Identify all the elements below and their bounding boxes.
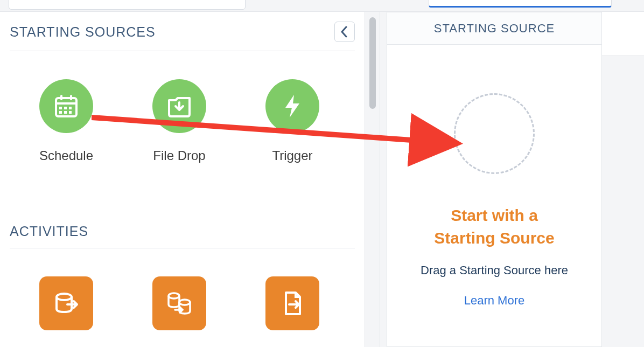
canvas-header: STARTING SOURCE	[387, 12, 601, 45]
svg-rect-2	[59, 107, 62, 109]
active-input[interactable]	[429, 0, 612, 8]
palette-panel: STARTING SOURCES	[0, 12, 365, 347]
svg-point-12	[179, 300, 190, 305]
chevron-left-icon	[340, 26, 349, 38]
file-transfer-icon	[265, 276, 319, 330]
source-schedule[interactable]: Schedule	[10, 79, 123, 163]
canvas-panel: STARTING SOURCE Start with a Starting So…	[387, 12, 602, 347]
svg-rect-8	[60, 95, 62, 100]
svg-point-10	[57, 294, 72, 300]
search-input[interactable]	[9, 0, 246, 10]
toolbar-region	[602, 12, 644, 56]
file-drop-icon	[152, 79, 206, 133]
activity-item[interactable]	[236, 276, 349, 330]
source-trigger[interactable]: Trigger	[236, 79, 349, 163]
svg-rect-6	[64, 111, 67, 114]
drop-target-icon	[454, 93, 535, 174]
source-file-drop[interactable]: File Drop	[123, 79, 236, 163]
learn-more-link[interactable]: Learn More	[464, 294, 525, 308]
svg-point-11	[169, 293, 179, 299]
source-label: File Drop	[153, 148, 205, 163]
activities-row	[10, 276, 355, 330]
data-transfer-icon	[152, 276, 206, 330]
drop-area[interactable]: Start with a Starting Source Drag a Star…	[387, 45, 601, 308]
svg-rect-9	[70, 95, 72, 100]
scroll-thumb[interactable]	[369, 17, 376, 109]
data-extract-icon	[39, 276, 93, 330]
drop-subtext: Drag a Starting Source here	[421, 263, 568, 277]
activity-item[interactable]	[10, 276, 123, 330]
svg-rect-4	[69, 107, 72, 109]
trigger-icon	[265, 79, 319, 133]
divider	[10, 51, 355, 51]
activities-title: ACTIVITIES	[10, 224, 355, 239]
svg-rect-3	[64, 107, 67, 109]
starting-sources-row: Schedule File Drop Trigger	[10, 79, 355, 163]
starting-sources-header: STARTING SOURCES	[10, 22, 355, 42]
svg-rect-7	[69, 111, 72, 114]
starting-sources-title: STARTING SOURCES	[10, 24, 156, 40]
collapse-button[interactable]	[334, 22, 355, 42]
divider	[10, 248, 355, 248]
activity-item[interactable]	[123, 276, 236, 330]
heading-line: Starting Source	[434, 229, 554, 247]
top-bar	[0, 0, 644, 12]
svg-rect-5	[59, 111, 62, 114]
schedule-icon	[39, 79, 93, 133]
start-heading: Start with a Starting Source	[434, 204, 554, 249]
heading-line: Start with a	[451, 206, 538, 224]
source-label: Trigger	[272, 148, 312, 163]
scrollbar[interactable]	[365, 12, 380, 347]
source-label: Schedule	[39, 148, 93, 163]
